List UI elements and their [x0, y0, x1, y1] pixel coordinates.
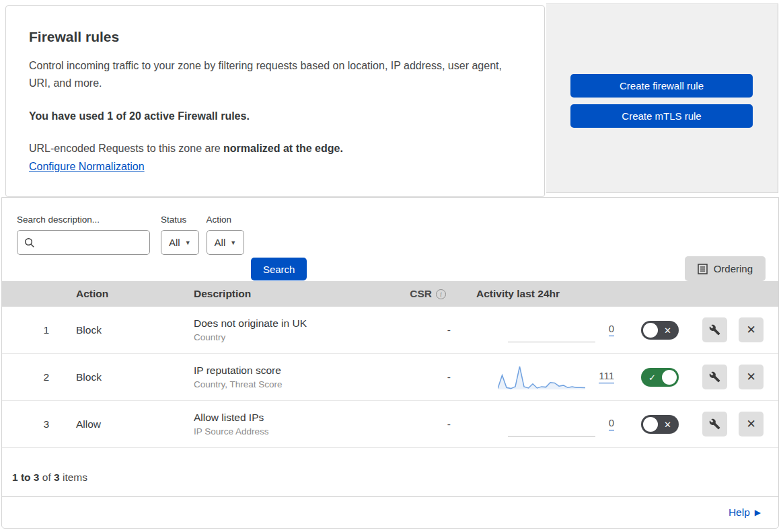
page-description: Control incoming traffic to your zone by… — [29, 57, 508, 92]
ordering-button[interactable]: Ordering — [685, 256, 766, 281]
action-label: Action — [207, 215, 245, 225]
header-description: Description — [180, 288, 402, 300]
close-icon: ✕ — [746, 417, 755, 431]
rule-controls: ✓ ✕ ✕ — [621, 317, 778, 342]
table-row: 3 Allow Allow listed IPs IP Source Addre… — [2, 401, 778, 448]
actions-panel: Create firewall rule Create mTLS rule — [546, 3, 778, 193]
normalization-note-text: URL-encoded Requests to this zone are — [29, 143, 223, 154]
status-filter: Status All ▼ — [161, 215, 199, 255]
rule-csr: - — [402, 371, 463, 383]
close-icon: ✕ — [746, 323, 755, 337]
edit-rule-button[interactable] — [702, 317, 727, 342]
rules-list-card: Search description... Status All ▼ Actio… — [1, 197, 779, 529]
range-text: 1 to 3 — [12, 471, 39, 483]
help-link[interactable]: Help ▶ — [729, 506, 761, 519]
header-csr-label: CSR — [410, 288, 432, 300]
search-icon — [24, 237, 35, 248]
status-dropdown-value: All — [169, 237, 180, 248]
status-dropdown[interactable]: All ▼ — [161, 230, 199, 255]
wrench-icon — [709, 418, 720, 430]
rule-enabled-toggle[interactable]: ✓ ✕ — [641, 321, 679, 340]
filter-bar: Search description... Status All ▼ Actio… — [2, 198, 778, 281]
rule-action: Block — [63, 371, 180, 383]
rule-description-cell: Does not originate in UK Country — [180, 317, 402, 342]
rule-activity-cell: 111 — [463, 362, 621, 393]
status-label: Status — [161, 215, 199, 225]
search-input[interactable] — [40, 236, 143, 249]
x-icon: ✕ — [664, 326, 671, 334]
chevron-down-icon: ▼ — [185, 239, 191, 246]
close-icon: ✕ — [746, 370, 755, 384]
rule-description: Does not originate in UK — [194, 317, 402, 330]
create-mtls-rule-button[interactable]: Create mTLS rule — [570, 104, 753, 128]
table-row: 1 Block Does not originate in UK Country… — [2, 307, 778, 354]
rule-description: Allow listed IPs — [194, 412, 402, 424]
check-icon: ✓ — [648, 373, 656, 381]
rule-priority: 2 — [2, 371, 63, 383]
rule-activity-cell: 0 — [463, 315, 621, 346]
rule-enabled-toggle[interactable]: ✓ ✕ — [641, 368, 679, 387]
rule-description: IP reputation score — [194, 365, 402, 377]
help-label: Help — [729, 506, 750, 519]
wrench-icon — [709, 324, 720, 336]
items-text: items — [63, 471, 87, 483]
activity-sparkline — [508, 409, 595, 440]
rule-priority: 1 — [2, 324, 63, 336]
firewall-rules-intro-card: Firewall rules Control incoming traffic … — [5, 5, 545, 197]
rule-action: Allow — [63, 418, 180, 430]
activity-sparkline — [508, 315, 595, 346]
arrow-right-icon: ▶ — [755, 508, 761, 517]
intro-section: Firewall rules Control incoming traffic … — [0, 0, 781, 197]
search-button[interactable]: Search — [251, 258, 307, 280]
rule-description-cell: Allow listed IPs IP Source Address — [180, 412, 402, 436]
configure-normalization-link[interactable]: Configure Normalization — [29, 161, 145, 173]
activity-count-link[interactable]: 0 — [609, 418, 614, 430]
table-header: Action Description CSR i Activity last 2… — [2, 281, 778, 307]
usage-summary: You have used 1 of 20 active Firewall ru… — [29, 110, 517, 122]
create-firewall-rule-button[interactable]: Create firewall rule — [570, 74, 753, 98]
activity-sparkline — [498, 362, 585, 393]
edit-rule-button[interactable] — [702, 412, 727, 436]
toggle-knob — [662, 370, 677, 385]
ordering-list-icon — [698, 264, 708, 274]
toggle-knob — [643, 323, 658, 338]
activity-count-link[interactable]: 111 — [599, 371, 614, 383]
wrench-icon — [709, 371, 720, 383]
pagination-summary: 1 to 3 of 3 items — [2, 448, 778, 497]
action-dropdown-value: All — [215, 237, 226, 248]
rule-csr: - — [402, 324, 463, 336]
rule-criteria: Country, Threat Score — [194, 379, 402, 389]
search-label: Search description... — [17, 215, 150, 225]
normalization-note: URL-encoded Requests to this zone are no… — [29, 143, 517, 155]
action-filter: Action All ▼ — [207, 215, 245, 255]
rule-description-cell: IP reputation score Country, Threat Scor… — [180, 365, 402, 389]
delete-rule-button[interactable]: ✕ — [739, 365, 764, 389]
header-action: Action — [63, 288, 180, 300]
rule-criteria: IP Source Address — [194, 426, 402, 436]
help-row: Help ▶ — [2, 497, 778, 528]
delete-rule-button[interactable]: ✕ — [739, 317, 764, 342]
rule-controls: ✓ ✕ ✕ — [621, 365, 778, 389]
table-row: 2 Block IP reputation score Country, Thr… — [2, 354, 778, 401]
delete-rule-button[interactable]: ✕ — [739, 412, 764, 436]
info-icon[interactable]: i — [436, 289, 446, 299]
rule-criteria: Country — [194, 332, 402, 342]
normalization-note-bold: normalized at the edge. — [223, 143, 343, 154]
rule-activity-cell: 0 — [463, 409, 621, 440]
action-dropdown[interactable]: All ▼ — [207, 230, 245, 255]
ordering-button-label: Ordering — [714, 263, 753, 274]
x-icon: ✕ — [664, 420, 671, 428]
search-box[interactable] — [17, 230, 150, 255]
toggle-knob — [643, 417, 658, 432]
page-title: Firewall rules — [29, 29, 517, 45]
rule-action: Block — [63, 324, 180, 336]
rule-controls: ✓ ✕ ✕ — [621, 412, 778, 436]
rule-csr: - — [402, 418, 463, 430]
activity-count-link[interactable]: 0 — [609, 324, 614, 336]
rule-priority: 3 — [2, 418, 63, 430]
chevron-down-icon: ▼ — [230, 239, 236, 246]
search-field: Search description... — [17, 215, 150, 255]
edit-rule-button[interactable] — [702, 365, 727, 389]
rule-enabled-toggle[interactable]: ✓ ✕ — [641, 415, 679, 434]
total-count: 3 — [54, 471, 60, 483]
